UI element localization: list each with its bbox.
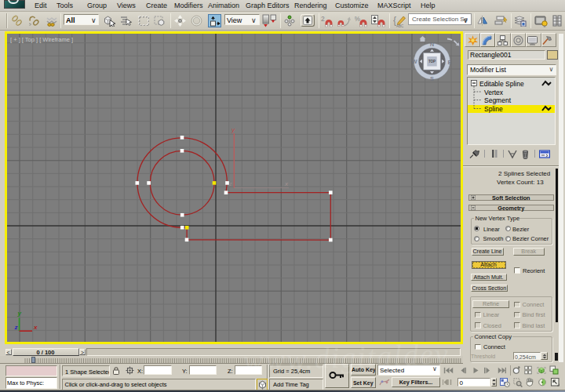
svg-text:2: 2 <box>321 15 325 23</box>
svg-text:ABC: ABC <box>396 24 404 28</box>
svg-text:TOP: TOP <box>428 60 436 64</box>
svg-text:S: S <box>430 75 434 82</box>
svg-text:x: x <box>33 324 38 331</box>
svg-text:y: y <box>17 310 22 317</box>
svg-text:N: N <box>430 41 434 48</box>
svg-text:W: W <box>411 58 417 65</box>
svg-text:%: % <box>355 15 361 23</box>
svg-text:z: z <box>14 324 18 331</box>
svg-text:y: y <box>231 126 235 133</box>
